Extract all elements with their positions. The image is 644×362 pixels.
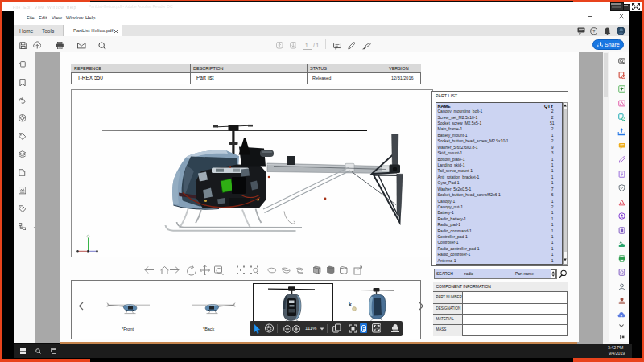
svg-text:?: ? bbox=[592, 28, 595, 33]
